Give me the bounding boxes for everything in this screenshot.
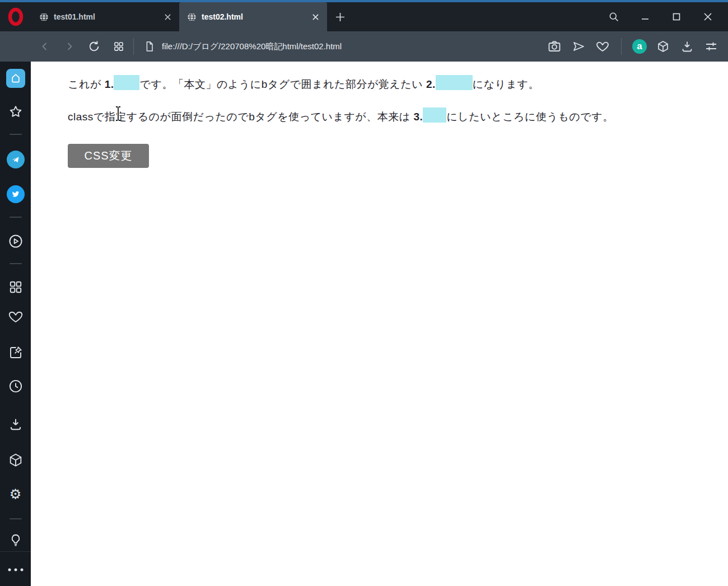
tab-close-icon[interactable]: [309, 11, 321, 23]
opera-logo[interactable]: [0, 7, 31, 26]
reload-icon[interactable]: [82, 35, 106, 58]
page-icon: [144, 40, 155, 53]
search-icon[interactable]: [605, 8, 623, 26]
tab-test02[interactable]: test02.html: [179, 2, 327, 31]
toolbar-separator: [133, 38, 134, 55]
player-icon[interactable]: [8, 233, 24, 249]
forward-icon[interactable]: [57, 35, 82, 58]
text-run: になります。: [473, 78, 539, 90]
download-icon[interactable]: [679, 35, 695, 58]
more-dots-icon[interactable]: [8, 569, 23, 571]
cube-icon[interactable]: [655, 35, 671, 58]
bold-number-1: 1.: [105, 78, 114, 90]
main-area: ⚙ これが 1.です。「本文」のようにbタグで囲まれた部分が覚えたい 2.になり…: [0, 62, 728, 586]
tab-grid-icon[interactable]: [106, 35, 131, 58]
maximize-icon[interactable]: [668, 8, 685, 26]
heart-icon[interactable]: [595, 35, 610, 58]
new-tab-button[interactable]: [327, 2, 353, 31]
amazon-badge[interactable]: a: [632, 39, 647, 54]
toolbar-right-group: a: [547, 35, 728, 58]
speed-dial-grid-icon[interactable]: [8, 280, 23, 294]
personal-news-heart-icon[interactable]: [8, 310, 23, 325]
url-bar[interactable]: file:///D:/ブログ/220708%20暗記html/test02.ht…: [144, 40, 547, 53]
bold-number-2: 2.: [426, 78, 436, 90]
sidebar-divider: [10, 134, 22, 135]
sidebar-section-line: [0, 551, 31, 552]
opera-sidebar: ⚙: [0, 62, 31, 586]
text-run: です。「本文」のようにbタグで囲まれた部分が覚えたい: [139, 78, 426, 90]
bookmarks-star-icon[interactable]: [8, 105, 23, 119]
tab-title: test02.html: [202, 12, 304, 21]
toolbar-separator: [621, 38, 622, 55]
tab-bar: test01.html test02.html: [0, 2, 728, 31]
tab-title: test01.html: [54, 12, 156, 21]
text-run: classで指定するのが面倒だったのでbタグを使っていますが、本来は: [68, 111, 414, 123]
window-controls: [605, 8, 728, 26]
lightbulb-icon[interactable]: [8, 533, 23, 547]
settings-gear-icon[interactable]: ⚙: [10, 487, 22, 501]
url-text[interactable]: file:///D:/ブログ/220708%20暗記html/test02.ht…: [162, 41, 342, 52]
twitter-icon[interactable]: [7, 185, 25, 203]
globe-favicon: [39, 12, 49, 22]
camera-icon[interactable]: [547, 35, 562, 58]
sidebar-divider: [10, 263, 22, 264]
tab-close-icon[interactable]: [161, 11, 174, 23]
pinboards-icon[interactable]: [8, 345, 23, 360]
hidden-answer-blank-2[interactable]: [436, 75, 473, 90]
page-content: これが 1.です。「本文」のようにbタグで囲まれた部分が覚えたい 2.になります…: [31, 62, 728, 586]
gear-glyph: ⚙: [10, 487, 22, 501]
paragraph-2: classで指定するのが面倒だったのでbタグを使っていますが、本来は 3.にした…: [68, 107, 717, 125]
text-run: にしたいところに使うものです。: [446, 111, 613, 123]
sidebar-divider: [10, 518, 22, 519]
amazon-badge-letter: a: [637, 41, 642, 52]
history-clock-icon[interactable]: [8, 379, 23, 394]
home-icon-bg: [6, 69, 25, 88]
hidden-answer-blank-1[interactable]: [114, 75, 139, 90]
bold-number-3: 3.: [414, 111, 423, 123]
back-icon[interactable]: [32, 35, 57, 58]
tab-test01[interactable]: test01.html: [31, 2, 179, 31]
home-icon[interactable]: [6, 69, 25, 88]
globe-favicon: [187, 12, 197, 22]
send-flow-icon[interactable]: [571, 35, 586, 58]
extensions-cube-icon[interactable]: [8, 452, 24, 468]
telegram-icon[interactable]: [7, 151, 25, 168]
hidden-answer-blank-3[interactable]: [423, 107, 446, 123]
text-run: これが: [68, 78, 105, 90]
browser-window: test01.html test02.html: [0, 0, 728, 586]
downloads-icon[interactable]: [8, 417, 23, 432]
sidebar-divider: [10, 217, 22, 218]
easy-setup-sliders-icon[interactable]: [703, 35, 719, 58]
paragraph-1: これが 1.です。「本文」のようにbタグで囲まれた部分が覚えたい 2.になります…: [68, 75, 717, 93]
minimize-icon[interactable]: [636, 8, 654, 26]
address-toolbar: file:///D:/ブログ/220708%20暗記html/test02.ht…: [0, 31, 728, 62]
close-icon[interactable]: [699, 8, 717, 26]
css-change-button[interactable]: CSS変更: [68, 144, 149, 168]
